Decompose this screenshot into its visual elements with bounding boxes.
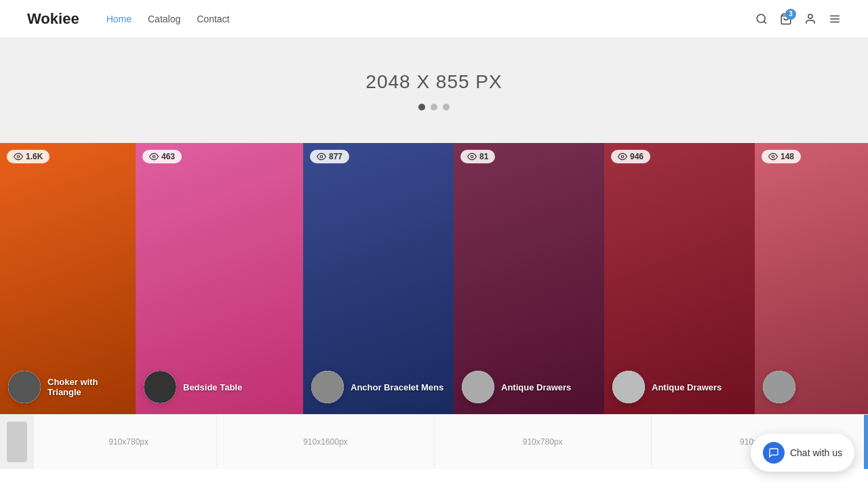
view-count-4: 81 bbox=[460, 150, 495, 163]
navbar: Wokiee Home Catalog Contact 3 bbox=[0, 0, 868, 38]
svg-point-11 bbox=[621, 155, 624, 158]
view-count-3: 877 bbox=[310, 150, 349, 163]
product-thumb-3 bbox=[311, 371, 344, 403]
menu-button[interactable] bbox=[829, 13, 841, 25]
svg-point-8 bbox=[153, 155, 155, 158]
product-thumb-1 bbox=[8, 371, 41, 403]
view-number-5: 946 bbox=[630, 152, 644, 161]
account-button[interactable] bbox=[804, 13, 816, 25]
hero-text: 2048 X 855 PX bbox=[366, 71, 502, 93]
svg-point-0 bbox=[757, 14, 765, 22]
product-thumb-6 bbox=[763, 371, 795, 403]
product-info-2: Bedside Table bbox=[136, 371, 303, 403]
product-thumb-5 bbox=[612, 371, 645, 403]
hero-dot-1[interactable] bbox=[418, 104, 425, 110]
product-info-1: Choker with Triangle bbox=[0, 371, 136, 403]
product-title-3: Anchor Bracelet Mens bbox=[351, 382, 443, 392]
view-count-1: 1.6K bbox=[7, 150, 50, 163]
nav-contact[interactable]: Contact bbox=[197, 14, 229, 24]
nav-catalog[interactable]: Catalog bbox=[148, 14, 180, 24]
svg-point-7 bbox=[17, 155, 20, 158]
svg-point-3 bbox=[808, 14, 812, 18]
product-thumb-4 bbox=[462, 371, 494, 403]
product-info-6 bbox=[755, 371, 868, 403]
cart-badge: 3 bbox=[785, 9, 796, 20]
accent-bar bbox=[864, 415, 868, 469]
hero-dot-2[interactable] bbox=[431, 104, 437, 110]
nav-home[interactable]: Home bbox=[106, 14, 132, 24]
svg-point-10 bbox=[471, 155, 473, 158]
product-title-5: Antique Drawers bbox=[652, 382, 722, 392]
chat-button[interactable]: Chat with us bbox=[751, 434, 854, 469]
chat-label: Chat with us bbox=[790, 447, 842, 458]
product-card-2[interactable]: 463 Bedside Table bbox=[136, 143, 303, 414]
bottom-cell-label-3: 910x780px bbox=[523, 437, 563, 447]
search-icon bbox=[755, 13, 768, 25]
product-title-4: Antique Drawers bbox=[501, 382, 571, 392]
hero-banner: 2048 X 855 PX bbox=[0, 38, 868, 143]
product-info-4: Antique Drawers bbox=[454, 371, 604, 403]
svg-point-9 bbox=[320, 155, 323, 158]
view-number-1: 1.6K bbox=[26, 152, 43, 161]
bottom-cell-label-2: 910x1600px bbox=[303, 437, 347, 447]
product-card-6[interactable]: 148 bbox=[755, 143, 868, 414]
bottom-cell-1: 910x780px bbox=[0, 415, 217, 469]
product-thumb-2 bbox=[144, 371, 176, 403]
view-count-2: 463 bbox=[142, 150, 182, 163]
svg-line-1 bbox=[764, 21, 766, 23]
user-icon bbox=[804, 13, 816, 25]
brand-logo[interactable]: Wokiee bbox=[27, 10, 79, 28]
view-count-5: 946 bbox=[611, 150, 650, 163]
search-button[interactable] bbox=[755, 13, 768, 25]
product-info-3: Anchor Bracelet Mens bbox=[303, 371, 454, 403]
view-number-3: 877 bbox=[329, 152, 342, 161]
bottom-cell-label-1: 910x780px bbox=[108, 437, 149, 447]
nav-links: Home Catalog Contact bbox=[106, 14, 230, 24]
view-count-6: 148 bbox=[762, 150, 801, 163]
product-card-3[interactable]: 877 Anchor Bracelet Mens bbox=[303, 143, 454, 414]
product-title-2: Bedside Table bbox=[183, 382, 242, 392]
cart-button[interactable]: 3 bbox=[780, 13, 792, 25]
product-card-5[interactable]: 946 Antique Drawers bbox=[604, 143, 755, 414]
navbar-icons: 3 bbox=[755, 13, 841, 25]
product-info-5: Antique Drawers bbox=[604, 371, 755, 403]
hero-dots bbox=[418, 104, 450, 110]
bottom-cell-3: 910x780px bbox=[435, 415, 652, 469]
view-number-2: 463 bbox=[161, 152, 175, 161]
view-number-4: 81 bbox=[479, 152, 488, 161]
hero-dot-3[interactable] bbox=[443, 104, 450, 110]
bottom-cell-2: 910x1600px bbox=[217, 415, 434, 469]
chat-icon bbox=[763, 442, 785, 464]
menu-icon bbox=[829, 13, 841, 25]
product-card-1[interactable]: 1.6K Choker with Triangle bbox=[0, 143, 136, 414]
products-row: 1.6K Choker with Triangle 463 Bedside Ta… bbox=[0, 143, 868, 414]
bottom-grid: 910x780px 910x1600px 910x780px 910x780px bbox=[0, 414, 868, 469]
view-number-6: 148 bbox=[781, 152, 794, 161]
product-title-1: Choker with Triangle bbox=[47, 377, 127, 397]
product-card-4[interactable]: 81 Antique Drawers bbox=[454, 143, 604, 414]
svg-point-12 bbox=[772, 155, 774, 158]
